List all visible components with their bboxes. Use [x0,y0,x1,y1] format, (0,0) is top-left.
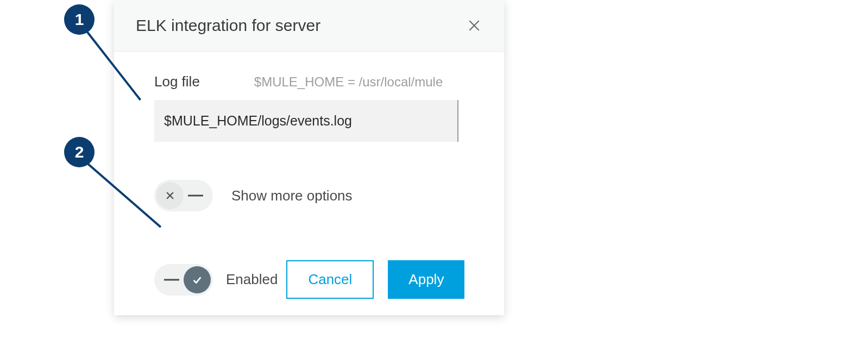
dialog-header: ELK integration for server [114,0,504,52]
close-button[interactable] [466,17,482,34]
check-icon [191,274,203,286]
dialog-body: Log file $MULE_HOME = /usr/local/mule Sh… [114,52,504,315]
logfile-label-row: Log file $MULE_HOME = /usr/local/mule [154,73,482,90]
enabled-label: Enabled [226,271,278,288]
toggle-track-line [188,195,203,197]
logfile-input[interactable] [154,100,458,142]
cancel-button[interactable]: Cancel [286,260,374,299]
toggle-knob-off [156,182,184,209]
annotation-badge-2: 2 [64,137,95,167]
logfile-hint: $MULE_HOME = /usr/local/mule [254,74,443,90]
more-options-toggle[interactable] [154,180,213,211]
footer-row: Enabled Cancel Apply [154,260,482,299]
dialog-title: ELK integration for server [136,16,320,35]
toggle-knob-on [184,266,211,293]
close-icon [467,18,481,33]
toggle-track-line [164,279,179,280]
elk-integration-dialog: ELK integration for server Log file $MUL… [114,0,504,315]
annotation-badge-1: 1 [64,4,95,35]
x-icon [165,190,175,201]
enabled-toggle[interactable] [154,264,213,296]
apply-button[interactable]: Apply [388,260,464,299]
more-options-row: Show more options [154,180,482,211]
dialog-buttons: Cancel Apply [286,260,464,299]
logfile-label: Log file [154,73,200,90]
more-options-label: Show more options [231,187,353,204]
